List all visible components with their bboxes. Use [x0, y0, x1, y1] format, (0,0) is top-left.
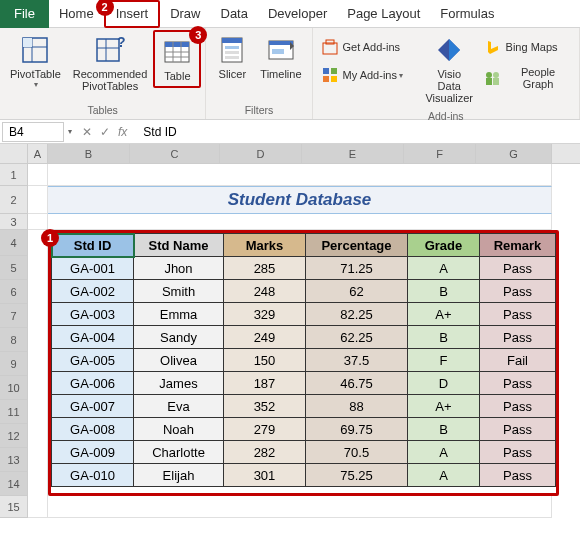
- table-cell[interactable]: F: [408, 349, 480, 372]
- pivottable-button[interactable]: PivotTable ▾: [4, 30, 67, 93]
- table-cell[interactable]: 70.5: [306, 441, 408, 464]
- table-cell[interactable]: B: [408, 418, 480, 441]
- table-cell[interactable]: GA-009: [52, 441, 134, 464]
- table-cell[interactable]: Smith: [134, 280, 224, 303]
- table-cell[interactable]: A+: [408, 303, 480, 326]
- col-header[interactable]: F: [404, 144, 476, 163]
- row-header[interactable]: 12: [0, 424, 28, 448]
- col-header[interactable]: E: [302, 144, 404, 163]
- table-cell[interactable]: Jhon: [134, 257, 224, 280]
- col-header[interactable]: D: [220, 144, 302, 163]
- table-cell[interactable]: Eva: [134, 395, 224, 418]
- table-cell[interactable]: GA-010: [52, 464, 134, 487]
- table-cell[interactable]: GA-001: [52, 257, 134, 280]
- enter-icon[interactable]: ✓: [100, 125, 110, 139]
- tab-draw[interactable]: Draw: [160, 0, 210, 28]
- table-cell[interactable]: 71.25: [306, 257, 408, 280]
- row-header[interactable]: 15: [0, 496, 28, 518]
- row-header[interactable]: 5: [0, 256, 28, 280]
- visio-button[interactable]: Visio Data Visualizer: [419, 30, 480, 108]
- table-cell[interactable]: B: [408, 280, 480, 303]
- table-cell[interactable]: 88: [306, 395, 408, 418]
- cell[interactable]: [28, 186, 48, 214]
- row-header[interactable]: 8: [0, 328, 28, 352]
- cell[interactable]: [48, 164, 552, 186]
- bing-maps-button[interactable]: Bing Maps: [480, 36, 575, 58]
- table-cell[interactable]: 150: [224, 349, 306, 372]
- col-header[interactable]: B: [48, 144, 130, 163]
- header-cell[interactable]: Marks: [224, 234, 306, 257]
- timeline-button[interactable]: Timeline: [254, 30, 307, 84]
- fx-icon[interactable]: fx: [118, 125, 127, 139]
- people-graph-button[interactable]: People Graph: [480, 64, 575, 92]
- table-cell[interactable]: Elijah: [134, 464, 224, 487]
- table-cell[interactable]: James: [134, 372, 224, 395]
- table-cell[interactable]: GA-008: [52, 418, 134, 441]
- row-header[interactable]: 2: [0, 186, 28, 214]
- table-cell[interactable]: A: [408, 464, 480, 487]
- table-cell[interactable]: 46.75: [306, 372, 408, 395]
- cell[interactable]: [48, 496, 552, 518]
- cell[interactable]: [48, 214, 552, 230]
- table-cell[interactable]: Fail: [480, 349, 556, 372]
- table-cell[interactable]: Pass: [480, 464, 556, 487]
- table-cell[interactable]: Noah: [134, 418, 224, 441]
- table-cell[interactable]: Pass: [480, 441, 556, 464]
- header-cell[interactable]: Std ID: [52, 234, 134, 257]
- table-cell[interactable]: 301: [224, 464, 306, 487]
- table-cell[interactable]: A: [408, 441, 480, 464]
- table-cell[interactable]: A: [408, 257, 480, 280]
- cell[interactable]: [28, 230, 48, 496]
- table-cell[interactable]: Pass: [480, 303, 556, 326]
- table-cell[interactable]: 69.75: [306, 418, 408, 441]
- row-header[interactable]: 7: [0, 304, 28, 328]
- cell[interactable]: [28, 214, 48, 230]
- tab-developer[interactable]: Developer: [258, 0, 337, 28]
- data-table[interactable]: Std ID Std Name Marks Percentage Grade R…: [51, 233, 556, 487]
- select-all-corner[interactable]: [0, 144, 28, 163]
- row-header[interactable]: 4: [0, 230, 28, 256]
- table-cell[interactable]: 249: [224, 326, 306, 349]
- table-cell[interactable]: 187: [224, 372, 306, 395]
- table-cell[interactable]: Pass: [480, 418, 556, 441]
- table-cell[interactable]: Pass: [480, 326, 556, 349]
- title-cell[interactable]: Student Database: [48, 186, 552, 214]
- col-header[interactable]: A: [28, 144, 48, 163]
- table-cell[interactable]: Olivea: [134, 349, 224, 372]
- table-cell[interactable]: 37.5: [306, 349, 408, 372]
- col-header[interactable]: G: [476, 144, 552, 163]
- table-cell[interactable]: B: [408, 326, 480, 349]
- header-cell[interactable]: Percentage: [306, 234, 408, 257]
- table-cell[interactable]: 82.25: [306, 303, 408, 326]
- table-cell[interactable]: Emma: [134, 303, 224, 326]
- table-cell[interactable]: 279: [224, 418, 306, 441]
- cancel-icon[interactable]: ✕: [82, 125, 92, 139]
- get-addins-button[interactable]: Get Add-ins: [317, 36, 419, 58]
- table-cell[interactable]: Pass: [480, 257, 556, 280]
- file-tab[interactable]: File: [0, 0, 49, 28]
- row-header[interactable]: 1: [0, 164, 28, 186]
- table-cell[interactable]: 285: [224, 257, 306, 280]
- table-cell[interactable]: 62.25: [306, 326, 408, 349]
- row-header[interactable]: 11: [0, 400, 28, 424]
- header-cell[interactable]: Std Name: [134, 234, 224, 257]
- row-header[interactable]: 14: [0, 472, 28, 496]
- table-cell[interactable]: GA-007: [52, 395, 134, 418]
- table-cell[interactable]: 248: [224, 280, 306, 303]
- table-cell[interactable]: GA-005: [52, 349, 134, 372]
- row-header[interactable]: 6: [0, 280, 28, 304]
- table-cell[interactable]: GA-006: [52, 372, 134, 395]
- recommended-pivottables-button[interactable]: ? Recommended PivotTables: [67, 30, 154, 96]
- table-cell[interactable]: Charlotte: [134, 441, 224, 464]
- table-cell[interactable]: Pass: [480, 372, 556, 395]
- table-cell[interactable]: A+: [408, 395, 480, 418]
- row-header[interactable]: 3: [0, 214, 28, 230]
- slicer-button[interactable]: Slicer: [210, 30, 254, 84]
- cell[interactable]: [28, 496, 48, 518]
- name-box[interactable]: [2, 122, 64, 142]
- table-cell[interactable]: 352: [224, 395, 306, 418]
- table-cell[interactable]: D: [408, 372, 480, 395]
- table-cell[interactable]: Pass: [480, 280, 556, 303]
- cell[interactable]: [28, 164, 48, 186]
- my-addins-button[interactable]: My Add-ins ▾: [317, 64, 419, 86]
